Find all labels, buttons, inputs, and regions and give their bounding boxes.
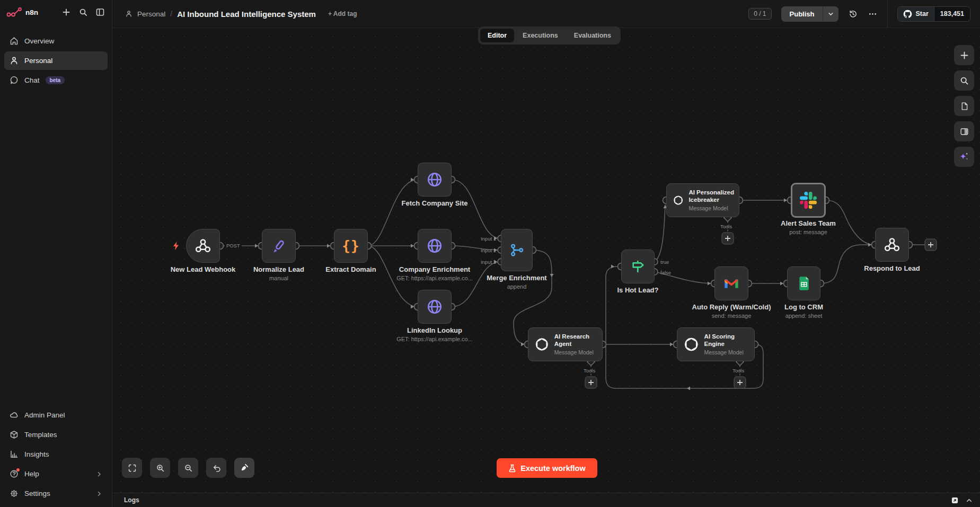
ai-assistant-button[interactable] (954, 147, 974, 167)
tab-evaluations[interactable]: Evaluations (567, 29, 619, 42)
webhook-icon (195, 237, 211, 254)
cloud-icon (10, 411, 19, 420)
plus-icon (960, 51, 969, 60)
node-alert-sales-team[interactable]: Alert Sales Team post: message (791, 183, 826, 218)
code-braces-icon: {} (342, 238, 359, 254)
port-label-input3: Input 3 (464, 259, 496, 265)
node-new-lead-webhook[interactable]: New Lead Webhook (186, 229, 220, 263)
home-icon (10, 37, 19, 46)
node-fetch-company-site[interactable]: Fetch Company Site (418, 163, 452, 197)
search-icon[interactable] (79, 8, 87, 16)
search-icon (960, 76, 969, 85)
workflow-canvas[interactable]: POST Input 1 Input 2 Input 3 true false … (112, 28, 980, 493)
sidebar-item-insights[interactable]: Insights (4, 445, 108, 464)
publish-dropdown-button[interactable] (823, 6, 838, 22)
notification-dot (16, 468, 20, 472)
node-log-to-crm[interactable]: Log to CRM append: sheet (787, 266, 820, 300)
breadcrumb-separator: / (170, 10, 172, 18)
tab-editor[interactable]: Editor (480, 29, 514, 42)
node-normalize-lead[interactable]: Normalize Lead manual (262, 229, 296, 263)
node-label: Respond to Lead (864, 264, 920, 272)
connection-layer (112, 28, 980, 493)
github-star-widget[interactable]: Star 183,451 (897, 6, 970, 22)
collapse-sidebar-icon[interactable] (96, 8, 104, 16)
node-respond-to-lead[interactable]: Respond to Lead (875, 228, 909, 262)
add-tag-button[interactable]: + Add tag (328, 10, 357, 17)
node-extract-domain[interactable]: {} Extract Domain (334, 229, 368, 263)
node-label: Normalize Lead (253, 265, 304, 273)
sparkles-icon (958, 151, 970, 163)
open-logs-window-icon[interactable] (951, 497, 958, 504)
sidebar-item-admin-panel[interactable]: Admin Panel (4, 406, 108, 424)
sidebar-item-label: Admin Panel (24, 411, 65, 419)
new-workflow-icon[interactable] (62, 8, 70, 16)
publish-button[interactable]: Publish (781, 6, 823, 22)
tidy-up-button[interactable] (234, 458, 254, 478)
node-label: LinkedIn Lookup (396, 326, 473, 334)
sidebar-item-help[interactable]: Help (4, 465, 108, 483)
sidebar-item-label: Overview (24, 37, 54, 45)
slack-icon (800, 192, 817, 209)
node-ai-research-agent[interactable]: AI Research Agent Message Model (528, 327, 603, 361)
node-sublabel: Message Model (688, 205, 739, 211)
port-label-true: true (660, 259, 669, 265)
node-auto-reply[interactable]: Auto Reply (Warm/Cold) send: message (714, 266, 748, 300)
port-label-false: false (660, 270, 671, 275)
node-label: Fetch Company Site (402, 199, 468, 207)
more-menu-icon[interactable] (868, 9, 878, 19)
gear-icon (10, 489, 19, 498)
sidebar-item-label: Templates (24, 431, 57, 439)
node-company-enrichment[interactable]: Company Enrichment GET: https://api.exam… (418, 229, 452, 263)
node-label: Log to CRM (784, 303, 823, 311)
header: Personal / AI Inbound Lead Intelligence … (112, 0, 980, 28)
person-icon (125, 10, 133, 17)
fit-view-icon (128, 464, 137, 473)
n8n-logo-icon[interactable] (6, 6, 22, 18)
sidebar-item-chat[interactable]: Chat beta (4, 71, 108, 90)
node-ai-scoring-engine[interactable]: AI Scoring Engine Message Model (677, 327, 755, 361)
tab-executions[interactable]: Executions (515, 29, 566, 42)
openai-icon (535, 336, 549, 352)
search-nodes-button[interactable] (954, 70, 974, 91)
expand-logs-icon[interactable] (966, 497, 973, 504)
node-label: Auto Reply (Warm/Cold) (692, 303, 771, 311)
github-star-label: Star (915, 10, 928, 17)
node-sublabel: append (487, 283, 546, 290)
node-label: Alert Sales Team (781, 219, 836, 227)
sidebar-item-overview[interactable]: Overview (4, 32, 108, 50)
node-is-hot-lead[interactable]: Is Hot Lead? (621, 250, 655, 283)
undo-button[interactable] (206, 458, 226, 478)
canvas-controls (122, 458, 254, 478)
history-icon[interactable] (848, 9, 858, 19)
node-merge-enrichment[interactable]: Merge Enrichment append (501, 229, 533, 271)
zoom-in-button[interactable] (150, 458, 170, 478)
toggle-panel-button[interactable] (954, 121, 974, 141)
execute-workflow-button[interactable]: Execute workflow (497, 458, 597, 478)
sidebar-item-label: Personal (24, 57, 52, 65)
node-label: Is Hot Lead? (617, 286, 658, 294)
workflow-title[interactable]: AI Inbound Lead Intelligence System (177, 10, 316, 19)
sidebar-item-templates[interactable]: Templates (4, 425, 108, 444)
node-sublabel: manual (253, 275, 304, 281)
sidebar-item-personal[interactable]: Personal (4, 51, 108, 70)
fit-view-button[interactable] (122, 458, 142, 478)
logs-label: Logs (124, 496, 139, 504)
openai-icon (684, 336, 699, 352)
sticky-note-button[interactable] (954, 96, 974, 116)
node-ai-personalized-icebreaker[interactable]: AI Personalized Icebreaker Message Model (666, 183, 739, 217)
beta-badge: beta (46, 76, 65, 84)
add-node-button[interactable] (954, 45, 974, 65)
trigger-bolt-icon (172, 241, 180, 251)
help-icon (10, 469, 19, 478)
node-linkedin-lookup[interactable]: LinkedIn Lookup GET: https://api.example… (418, 290, 452, 324)
zoom-out-button[interactable] (178, 458, 198, 478)
publish-split-button: Publish (781, 6, 839, 22)
undo-icon (212, 464, 221, 473)
sidebar-item-settings[interactable]: Settings (4, 484, 108, 503)
logs-panel-header[interactable]: Logs (112, 493, 980, 507)
port-label-input1: Input 1 (464, 236, 496, 242)
node-sublabel: Message Model (704, 349, 754, 355)
zoom-in-icon (156, 464, 165, 473)
breadcrumb-project[interactable]: Personal (137, 10, 165, 18)
flask-icon (508, 464, 516, 473)
